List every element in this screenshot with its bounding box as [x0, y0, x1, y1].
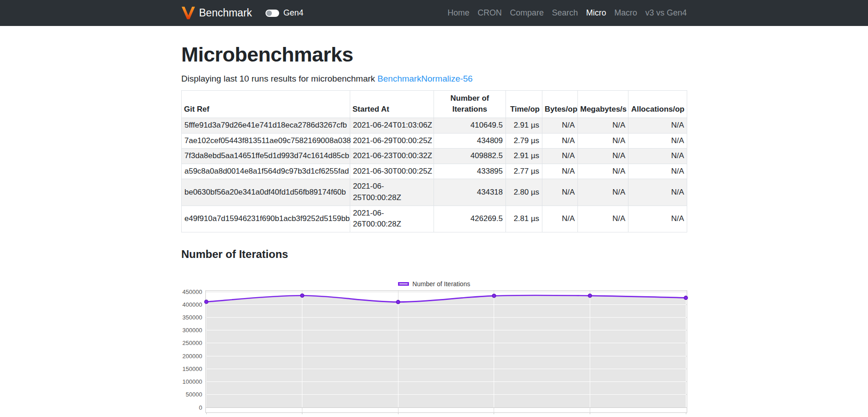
allocations-op-cell: N/A [628, 164, 687, 179]
megabytes-s-cell: N/A [578, 206, 628, 232]
bytes-op-cell: N/A [542, 206, 578, 232]
started-at-cell: 2021-06-29T00:00:25Z [350, 133, 434, 149]
megabytes-s-cell: N/A [578, 133, 628, 149]
started-at-text: 2021-06-25T00:00:28Z [353, 181, 394, 203]
bytes-op-cell: N/A [542, 118, 578, 133]
git-ref-cell: 7f3da8ebd5aa14651ffe5d1d993d74c1614d85cb [182, 149, 350, 164]
col-header-megabytes-s: Megabytes/s [578, 90, 628, 118]
allocations-op-cell: N/A [628, 118, 687, 133]
toggle-knob [266, 10, 272, 16]
subtitle: Displaying last 10 runs results for micr… [181, 72, 687, 85]
allocations-op-cell: N/A [628, 206, 687, 232]
table-row: 7ae102cef05443f813511ae09c7582169008a038… [182, 133, 687, 149]
git-ref-cell: a59c8a0a8d0014e8a1f564d9c97b3d1cf6255fad [182, 164, 350, 179]
nav-item-macro[interactable]: Macro [610, 8, 641, 18]
started-at-text: 2021-06-26T00:00:28Z [353, 208, 394, 230]
allocations-op-cell: N/A [628, 149, 687, 164]
svg-text:450000: 450000 [183, 288, 202, 295]
iterations-cell: 409882.5 [434, 149, 506, 164]
git-ref-cell: 7ae102cef05443f813511ae09c7582169008a038 [182, 133, 350, 149]
table-row: 5fffe91d3a79d26e41e741d18eca2786d3267cfb… [182, 118, 687, 133]
table-row: a59c8a0a8d0014e8a1f564d9c97b3d1cf6255fad… [182, 164, 687, 179]
col-header-bytes-op: Bytes/op [542, 90, 578, 118]
bytes-op-cell: N/A [542, 164, 578, 179]
megabytes-s-cell: N/A [578, 179, 628, 206]
table-row: be0630bf56a20e341a0df40fd1d56fb89174f60b… [182, 179, 687, 206]
git-ref-cell: 5fffe91d3a79d26e41e741d18eca2786d3267cfb [182, 118, 350, 133]
allocations-op-cell: N/A [628, 133, 687, 149]
subtitle-text: Displaying last 10 runs results for micr… [181, 74, 378, 83]
chart-legend: Number of Iterations [181, 281, 687, 288]
started-at-cell: 2021-06-25T00:00:28Z [350, 179, 434, 206]
svg-text:100000: 100000 [183, 378, 202, 385]
nav-item-micro[interactable]: Micro [582, 8, 610, 18]
svg-text:150000: 150000 [183, 366, 202, 372]
started-at-cell: 2021-06-23T00:00:32Z [350, 149, 434, 164]
nav-item-cron[interactable]: CRON [474, 8, 506, 18]
started-at-cell: 2021-06-24T01:03:06Z [350, 118, 434, 133]
chart-section-title: Number of Iterations [181, 248, 687, 261]
time-op-cell: 2.80 µs [506, 179, 542, 206]
toggle-label: Gen4 [283, 8, 303, 18]
gen4-toggle[interactable] [266, 10, 279, 17]
time-op-cell: 2.91 µs [506, 149, 542, 164]
bytes-op-cell: N/A [542, 149, 578, 164]
megabytes-s-cell: N/A [578, 118, 628, 133]
iterations-chart: 0500001000001500002000002500003000003500… [181, 289, 687, 414]
time-op-cell: 2.79 µs [506, 133, 542, 149]
nav-item-home[interactable]: Home [444, 8, 474, 18]
legend-label: Number of Iterations [413, 281, 470, 287]
git-ref-cell: e49f910a7d15946231f690b1acb3f9252d5159bb [182, 206, 350, 232]
git-ref-cell: be0630bf56a20e341a0df40fd1d56fb89174f60b [182, 179, 350, 206]
nav-item-search[interactable]: Search [548, 8, 582, 18]
iterations-cell: 426269.5 [434, 206, 506, 232]
legend-swatch [398, 282, 409, 286]
time-op-cell: 2.91 µs [506, 118, 542, 133]
svg-text:350000: 350000 [183, 314, 202, 321]
col-header-allocations-op: Allocations/op [628, 90, 687, 118]
time-op-cell: 2.81 µs [506, 206, 542, 232]
started-at-cell: 2021-06-26T00:00:28Z [350, 206, 434, 232]
megabytes-s-cell: N/A [578, 149, 628, 164]
benchmark-link[interactable]: BenchmarkNormalize-56 [378, 74, 473, 83]
col-header-time-op: Time/op [506, 90, 542, 118]
iterations-cell: 410649.5 [434, 118, 506, 133]
table-header-row: Git Ref Started At Number of Iterations … [182, 90, 687, 118]
svg-text:250000: 250000 [183, 340, 202, 346]
brand-link[interactable]: Benchmark [181, 6, 252, 20]
svg-text:300000: 300000 [183, 327, 202, 334]
col-header-iterations: Number of Iterations [434, 90, 506, 118]
vitess-logo-icon [181, 6, 195, 20]
col-header-git-ref: Git Ref [182, 90, 350, 118]
nav-item-compare[interactable]: Compare [506, 8, 548, 18]
started-at-cell: 2021-06-30T00:00:25Z [350, 164, 434, 179]
table-row: 7f3da8ebd5aa14651ffe5d1d993d74c1614d85cb… [182, 149, 687, 164]
nav-item-v3-vs-gen4[interactable]: v3 vs Gen4 [641, 8, 687, 18]
brand-label: Benchmark [199, 7, 252, 19]
page-title: Microbenchmarks [181, 42, 687, 67]
nav-links: Home CRON Compare Search Micro Macro v3 … [444, 8, 687, 18]
col-header-started-at: Started At [350, 90, 434, 118]
iterations-cell: 434809 [434, 133, 506, 149]
svg-text:400000: 400000 [183, 301, 202, 308]
time-op-cell: 2.77 µs [506, 164, 542, 179]
iterations-cell: 434318 [434, 179, 506, 206]
results-table: Git Ref Started At Number of Iterations … [181, 90, 687, 232]
bytes-op-cell: N/A [542, 179, 578, 206]
svg-text:200000: 200000 [183, 352, 202, 359]
svg-text:50000: 50000 [186, 391, 202, 398]
megabytes-s-cell: N/A [578, 164, 628, 179]
bytes-op-cell: N/A [542, 133, 578, 149]
navbar: Benchmark Gen4 Home CRON Compare Search … [0, 0, 868, 26]
allocations-op-cell: N/A [628, 179, 687, 206]
table-row: e49f910a7d15946231f690b1acb3f9252d5159bb… [182, 206, 687, 232]
svg-text:0: 0 [199, 404, 202, 411]
iterations-cell: 433895 [434, 164, 506, 179]
